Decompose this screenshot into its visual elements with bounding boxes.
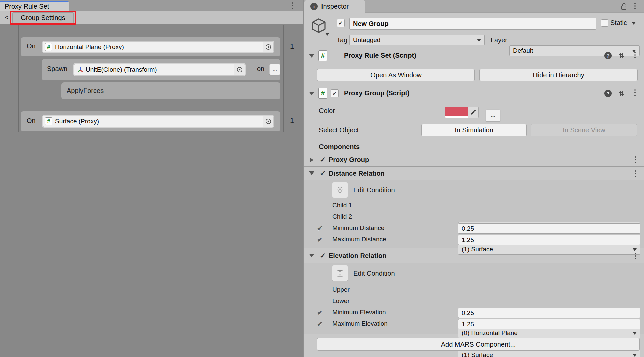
spawn-more-button[interactable]: ... <box>269 64 280 75</box>
inspector-tab-bar: i Inspector <box>304 0 644 13</box>
proxy-object-field[interactable]: # Surface (Proxy) <box>43 116 274 127</box>
component-menu-icon[interactable] <box>634 52 636 58</box>
min-distance-value: 0.25 <box>462 225 474 232</box>
elevation-edit-condition-button[interactable] <box>332 265 348 281</box>
inspector-menu-icon[interactable] <box>634 3 636 9</box>
hide-in-hierarchy-button[interactable]: Hide in Hierarchy <box>479 69 638 81</box>
tab-proxy-rule-set[interactable]: Proxy Rule Set <box>0 1 69 11</box>
panel-menu-icon[interactable] <box>292 2 293 9</box>
select-object-label: Select Object <box>319 126 359 134</box>
script-icon: # <box>45 117 52 125</box>
add-mars-component-button[interactable]: Add MARS Component... <box>317 338 640 351</box>
in-simulation-button[interactable]: In Simulation <box>421 124 527 136</box>
color-swatch[interactable] <box>445 107 468 118</box>
action-row-applyforces[interactable]: ApplyForces <box>61 82 280 99</box>
subcomponent-distance-relation[interactable]: ✓ Distance Relation <box>304 166 644 180</box>
open-as-window-button[interactable]: Open As Window <box>317 69 475 81</box>
active-checkbox[interactable]: ✓ <box>337 19 345 27</box>
foldout-open-icon[interactable] <box>309 171 314 175</box>
subcomponent-proxy-group[interactable]: ✓ Proxy Group <box>304 153 644 166</box>
object-picker-button[interactable] <box>263 116 273 127</box>
distance-edit-condition-button[interactable] <box>332 182 348 198</box>
on-label: On <box>27 117 36 125</box>
lower-dropdown[interactable]: (1) Surface <box>458 350 640 357</box>
help-icon[interactable]: ? <box>604 52 612 59</box>
proxy-object-value: Surface (Proxy) <box>55 118 263 125</box>
group-settings-button[interactable]: Group Settings <box>12 12 74 23</box>
max-distance-field[interactable]: 1.25 <box>458 235 640 245</box>
spawn-row: Spawn UnitE(Clone) (Transform) on ... <box>42 59 280 80</box>
lower-label: Lower <box>332 297 350 305</box>
component-title: Proxy Group (Script) <box>344 89 410 97</box>
subcomponent-menu-icon[interactable] <box>635 156 636 163</box>
info-icon: i <box>310 3 318 10</box>
proxy-object-field[interactable]: # Horizontal Plane (Proxy) <box>43 41 274 52</box>
rule-row-surface: On # Surface (Proxy) <box>21 111 280 131</box>
picker-icon <box>265 118 272 125</box>
name-field[interactable]: New Group <box>349 18 596 30</box>
component-title: Proxy Rule Set (Script) <box>344 52 416 59</box>
in-scene-view-label: In Scene View <box>563 126 605 134</box>
tab-inspector[interactable]: i Inspector <box>304 0 365 13</box>
icon-picker-arrow[interactable] <box>325 33 329 36</box>
back-button[interactable]: < <box>3 11 11 24</box>
in-simulation-label: In Simulation <box>455 126 493 134</box>
max-distance-toggle[interactable]: ✔ <box>317 236 323 244</box>
color-field[interactable] <box>445 107 479 118</box>
inspector-panel: i Inspector ✓ New Group Static Tag Untag… <box>304 0 644 357</box>
tab-label: Proxy Rule Set <box>5 3 49 10</box>
edit-condition-label: Edit Condition <box>353 186 395 194</box>
subcomponent-menu-icon[interactable] <box>635 170 636 177</box>
static-label: Static <box>610 19 627 27</box>
component-header-proxy-group[interactable]: # ✓ Proxy Group (Script) ? <box>304 85 644 101</box>
spawn-object-field[interactable]: UnitE(Clone) (Transform) <box>74 64 245 76</box>
object-picker-button[interactable] <box>234 64 245 75</box>
tag-dropdown[interactable]: Untagged <box>349 35 485 45</box>
component-enabled-checkbox[interactable]: ✓ <box>331 89 339 97</box>
static-checkbox[interactable] <box>601 19 608 27</box>
presets-icon[interactable] <box>618 52 626 60</box>
subcomponent-menu-icon[interactable] <box>635 253 636 259</box>
enabled-check-icon[interactable]: ✓ <box>320 252 326 260</box>
rule-count: 1 <box>287 42 297 51</box>
object-picker-button[interactable] <box>263 42 273 52</box>
max-elevation-label: Maximum Elevation <box>332 320 388 327</box>
foldout-open-icon[interactable] <box>309 92 314 95</box>
gameobject-cube-icon[interactable] <box>310 17 328 35</box>
in-scene-view-button[interactable]: In Scene View <box>531 124 637 136</box>
picker-icon <box>265 43 272 51</box>
spawn-label: Spawn <box>47 65 67 73</box>
max-elevation-value: 1.25 <box>462 321 474 328</box>
color-more-button[interactable]: ... <box>485 109 501 121</box>
presets-icon[interactable] <box>618 89 626 97</box>
enabled-check-icon[interactable]: ✓ <box>320 169 326 177</box>
component-menu-icon[interactable] <box>634 89 636 96</box>
script-icon: # <box>318 50 327 61</box>
static-dropdown-arrow[interactable] <box>632 22 636 25</box>
enabled-check-icon[interactable]: ✓ <box>320 156 326 164</box>
rule-count: 1 <box>287 116 297 125</box>
help-icon[interactable]: ? <box>604 90 612 97</box>
min-elevation-label: Minimum Elevation <box>332 309 386 316</box>
min-distance-label: Minimum Distance <box>332 224 384 232</box>
component-header-proxy-rule-set[interactable]: # Proxy Rule Set (Script) ? <box>304 48 644 63</box>
foldout-closed-icon[interactable] <box>310 157 313 163</box>
max-elevation-field[interactable]: 1.25 <box>458 319 640 329</box>
foldout-open-icon[interactable] <box>309 54 314 58</box>
rule-set-content: On # Horizontal Plane (Proxy) 1 Spawn Un… <box>0 24 303 357</box>
min-distance-toggle[interactable]: ✔ <box>317 224 323 232</box>
tag-label: Tag <box>337 36 347 44</box>
subcomponent-elevation-relation[interactable]: ✓ Elevation Relation <box>304 249 644 263</box>
min-distance-field[interactable]: 0.25 <box>458 223 640 234</box>
check-mark: ✓ <box>332 90 337 97</box>
subcomponent-title: Distance Relation <box>329 170 385 177</box>
more-label: ... <box>490 112 495 119</box>
foldout-open-icon[interactable] <box>309 254 314 257</box>
unlock-icon[interactable] <box>620 3 628 11</box>
min-elevation-field[interactable]: 0.25 <box>458 308 640 318</box>
min-elevation-value: 0.25 <box>462 309 474 317</box>
max-elevation-toggle[interactable]: ✔ <box>317 320 323 328</box>
proxy-object-value: Horizontal Plane (Proxy) <box>55 43 263 51</box>
min-elevation-toggle[interactable]: ✔ <box>317 309 323 317</box>
eyedropper-button[interactable] <box>468 107 478 118</box>
